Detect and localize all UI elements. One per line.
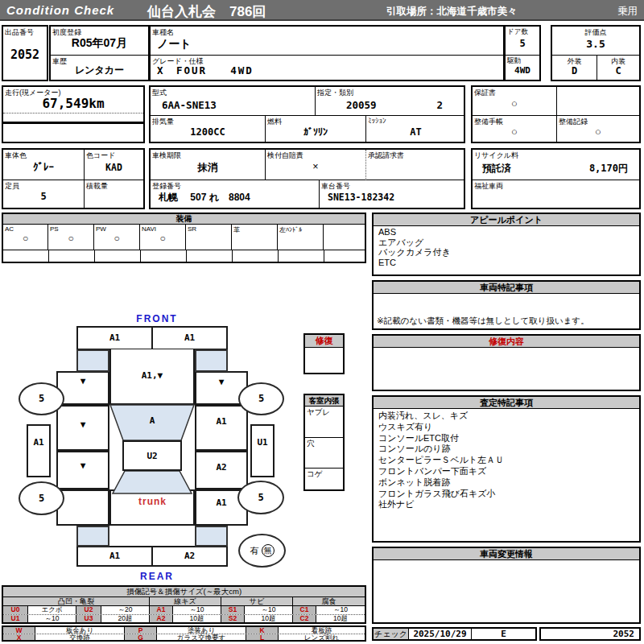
tire-rear-left: 5 <box>19 481 64 515</box>
headlight-right <box>195 349 228 372</box>
change-info-panel: 車両変更情報 <box>372 547 641 624</box>
assessment-line: ボンネット脱着跡 <box>378 477 634 489</box>
change-info-title: 車両変更情報 <box>374 548 639 560</box>
score-label: 評価点 <box>552 27 639 38</box>
transmission-label: ﾐｯｼｮﾝ <box>368 117 386 125</box>
color-capacity-table: 車体色 ｸﾞﾚｰ 色コード KAD 定員 5 積載量 <box>2 148 145 209</box>
equip-pw-label: PW <box>96 225 106 233</box>
exterior-grade-value: D <box>552 65 597 76</box>
hood-mark: A1,▼ <box>111 370 193 381</box>
appeal-line: エアバッグ <box>378 237 634 248</box>
taillight-right <box>195 526 228 547</box>
assessment-line: コンソールのり跡 <box>378 444 634 455</box>
legend-group-scratch: 線キズ <box>150 597 221 605</box>
history-value: レンタカー <box>51 64 148 77</box>
assessment-line: フロントガラス飛び石キズ小 <box>378 489 634 500</box>
front-bumper-right: A1 <box>151 326 228 350</box>
appeal-line: ETC <box>378 258 634 268</box>
door-front-left-mark: ▼ <box>58 419 108 430</box>
legend-desc: 10超 <box>173 615 221 622</box>
inspection-label: 車検期限 <box>152 151 181 161</box>
legend-group-rust: サビ <box>221 597 293 605</box>
doors-drive-box: ドア数 5 駆動 4WD <box>504 25 541 81</box>
recycle-fee-value: 8,170円 <box>589 162 628 175</box>
body-color-value: ｸﾞﾚｰ <box>3 161 84 173</box>
spare-present-label: 有 <box>250 545 259 557</box>
fender-front-left-mark: ▼ <box>58 376 108 386</box>
legend-table: 損傷記号＆損傷サイズ(～最大cm) 凸凹・亀裂 線キズ サビ 腐食 U0 エクボ… <box>2 585 366 624</box>
check-label: チェック <box>374 629 409 639</box>
class-label: 指定・類別 <box>317 88 353 98</box>
legend-code: A2 <box>150 615 173 622</box>
doors-label: ドア数 <box>507 27 528 37</box>
side-panel-right-mark: U1 <box>252 437 273 448</box>
lot-number-value: 2052 <box>3 47 47 62</box>
legend-desc: 交換跡 <box>35 634 125 640</box>
assessment-panel: 査定特記事項 内装汚れ、スレ、キズ ウスキズ有り コンソールETC取付 コンソー… <box>372 395 641 543</box>
front-bumper-left-mark: A1 <box>78 332 151 343</box>
first-registration-value: R05年07月 <box>51 36 148 51</box>
recycle-status-value: 預託済 <box>482 162 511 175</box>
maintenance-record-value: ○ <box>557 126 639 138</box>
check-date: 2025/10/29 <box>409 629 472 639</box>
assessment-line: 社外ナビ <box>378 499 634 510</box>
mileage-box: 走行(現メーター) 67,549km <box>2 85 145 123</box>
welfare-label: 福祉車両 <box>474 181 503 192</box>
legend-code: P <box>125 627 157 634</box>
front-bumper-right-mark: A1 <box>153 332 226 343</box>
legend-desc: エクボ <box>28 606 76 614</box>
legend-desc: ～10 <box>316 606 365 614</box>
model-grade-box: 車種名 ノート グレード・仕様 X FOUR 4WD <box>149 25 505 81</box>
vehicle-class: 乗用 <box>617 5 638 19</box>
doors-value: 5 <box>506 38 539 49</box>
inspection-table: 車検期限 抹消 検付自賠責 × 承認請求書 登録番号 札幌 507 れ 8804… <box>149 148 465 209</box>
repair-side-box: 修復 <box>303 333 345 374</box>
roof-mark: U2 <box>124 451 180 461</box>
equipment-empty-row <box>3 250 365 262</box>
brand-logo: Condition Check <box>6 3 114 17</box>
lot-number-box: 出品番号 2052 <box>2 25 48 81</box>
spare-absent-label: 無 <box>262 544 275 557</box>
auction-title: 仙台入札会 786回 <box>147 2 266 21</box>
legend-desc: レンズ割れ <box>279 634 365 640</box>
grade-value: X FOUR 4WD <box>157 64 254 78</box>
assessment-line: コンソールETC取付 <box>378 433 634 444</box>
score-value: 3.5 <box>552 38 639 50</box>
rear-label: REAR <box>121 571 193 582</box>
chassis-number-label: 車台番号 <box>321 181 350 192</box>
repair-detail-title: 修復内容 <box>374 336 639 348</box>
score-box: 評価点 3.5 外装 D 内装 C <box>551 25 641 81</box>
trunk-panel: trunk <box>109 489 195 526</box>
equip-navi-label: NAVI <box>142 225 156 233</box>
quarter-rear-left <box>56 489 109 526</box>
legend-code: S1 <box>221 606 245 614</box>
legend-desc: ～10 <box>28 615 76 622</box>
equip-lhd-label: 左ﾊﾝﾄﾞﾙ <box>279 225 302 234</box>
cabin-box-title: 客室内張 <box>305 395 343 407</box>
rear-bumper-right: A2 <box>151 546 228 567</box>
transmission-value: AT <box>366 126 465 138</box>
body-color-label: 車体色 <box>5 151 27 161</box>
cabin-row-hole: 穴 <box>307 439 315 449</box>
chassis-number-value: SNE13-182342 <box>328 192 394 203</box>
recycle-label: リサイクル料 <box>474 151 518 161</box>
model-code-label: 型式 <box>152 88 167 98</box>
legend-code: U3 <box>76 615 101 622</box>
model-code-value: 6AA-SNE13 <box>162 99 217 111</box>
cabin-row-burn: コゲ <box>307 469 322 480</box>
legend-desc: 10超 <box>245 615 293 622</box>
cabin-box: 客室内張 ヤブレ 穴 コゲ <box>303 394 345 491</box>
appeal-line: バックカメラ付き <box>378 247 634 258</box>
assessment-line: センターピラーＳベルト左ＡＵ <box>378 455 634 466</box>
door-rear-right-mark: A2 <box>196 462 246 473</box>
door-rear-right: A2 <box>195 451 248 489</box>
repair-detail-panel: 修復内容 <box>372 334 641 391</box>
equip-leather-label: 革 <box>233 225 240 234</box>
appeal-panel: アピールポイント ABS エアバッグ バックカメラ付き ETC <box>372 213 641 276</box>
roof-panel: U2 <box>122 440 182 471</box>
registration-history-box: 初度登録 R05年07月 車歴 レンタカー <box>49 25 150 81</box>
hood-panel: A1,▼ <box>109 349 195 405</box>
legend-code: C2 <box>293 615 316 622</box>
tire-front-left: 5 <box>19 382 64 415</box>
door-front-left: ▼ <box>56 405 109 451</box>
